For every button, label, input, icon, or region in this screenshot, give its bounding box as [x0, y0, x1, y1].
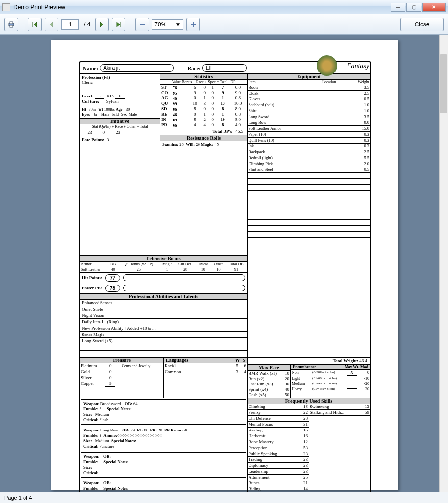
svg-rect-1 [10, 22, 13, 24]
page-content: Fantasy Name: Akira jr. Race: Elf Profes… [51, 40, 398, 490]
zoom-select[interactable]: 70%▼ [152, 19, 183, 30]
system-logo-icon [317, 55, 337, 76]
toolbar: / 4 70%▼ Close [0, 14, 448, 35]
name-value: Akira jr. [100, 64, 174, 72]
next-page-button[interactable] [95, 18, 109, 31]
weapons-section: Weapon: Broadsword OB: 64Fumble: 2 Speci… [80, 398, 248, 492]
skills-right: Swimming13Stalking and Hidi...59 [309, 404, 370, 416]
race-value: Elf [202, 64, 247, 72]
print-button[interactable] [4, 18, 18, 31]
system-label: Fantasy [347, 62, 369, 70]
maximize-button[interactable]: ▢ [406, 3, 421, 12]
preview-viewport[interactable]: Fantasy Name: Akira jr. Race: Elf Profes… [0, 35, 448, 492]
lang-table: Racial56Common34 [164, 363, 247, 375]
treasure-table: Platinum0Gems and JewelryGold0Silver0Cop… [80, 363, 163, 387]
profession-value: Cleric [82, 80, 158, 85]
initiative-title: Initiative [80, 119, 160, 124]
zoom-in-button[interactable] [186, 18, 200, 31]
pace-title: Max Pace [248, 365, 290, 371]
skills-title: Frequently Used Skills [248, 398, 370, 404]
enc-table: Non(0-30lbs + st bn)X0Light(31-60lbs + s… [291, 370, 370, 392]
zoom-out-button[interactable] [135, 18, 149, 31]
name-label: Name: [83, 65, 98, 71]
last-page-button[interactable] [112, 18, 125, 31]
def-table: ArmorDBQu Bonus (x2-AP)MagicChi Def.Shie… [80, 262, 247, 272]
hp-value: 77 [105, 274, 120, 282]
page-number-input[interactable] [61, 19, 79, 30]
profession-title: Profession (lvl) [82, 75, 158, 80]
equip-title: Equipment [248, 74, 370, 80]
def-title: Defensive Bonus [80, 255, 247, 262]
stats-title: Statistics [160, 74, 247, 80]
equip-header: ItemLocationWeight [248, 80, 370, 84]
race-label: Race: [187, 65, 200, 71]
pace-table: BMR Walk (x1)10Run (x2)20Fast Run (x3)30… [248, 371, 290, 398]
equip-table: Boots3.5Cloak2.5Gloves0.5Scabbard (belt)… [248, 84, 370, 255]
treasure-title: Treasure [80, 358, 163, 363]
svg-rect-3 [140, 24, 145, 25]
app-window: Demo Print Preview — ▢ ✕ / 4 70%▼ Close … [0, 0, 448, 503]
minimize-button[interactable]: — [391, 3, 405, 12]
window-title: Demo Print Preview [13, 4, 390, 11]
pp-value: 78 [105, 285, 120, 292]
talents-list: Enhanced SensesQuiet StrideNight VisionD… [80, 300, 247, 357]
scrollbar-thumb[interactable] [440, 54, 447, 113]
first-page-button[interactable] [28, 18, 42, 31]
status-text: Page 1 of 4 [4, 495, 32, 501]
svg-rect-2 [10, 25, 13, 27]
titlebar[interactable]: Demo Print Preview — ▢ ✕ [0, 0, 448, 14]
svg-rect-5 [193, 22, 194, 27]
status-bar: Page 1 of 4 [0, 492, 448, 503]
app-icon [2, 3, 10, 11]
prev-page-button[interactable] [45, 18, 58, 31]
vertical-scrollbar[interactable] [439, 35, 448, 492]
close-window-button[interactable]: ✕ [422, 3, 446, 12]
stats-table: ST7660176.0CO9590099.0AG4601010.8QU99103… [160, 85, 247, 128]
page-count-label: / 4 [82, 21, 92, 28]
close-button[interactable]: Close [400, 18, 444, 31]
talents-title: Professional Abilities and Talents [80, 293, 247, 300]
skills-left: Climbing18Frenzy22Chi Defense28Mental Fo… [248, 404, 309, 492]
resist-title: Resistance Rolls [160, 135, 247, 141]
